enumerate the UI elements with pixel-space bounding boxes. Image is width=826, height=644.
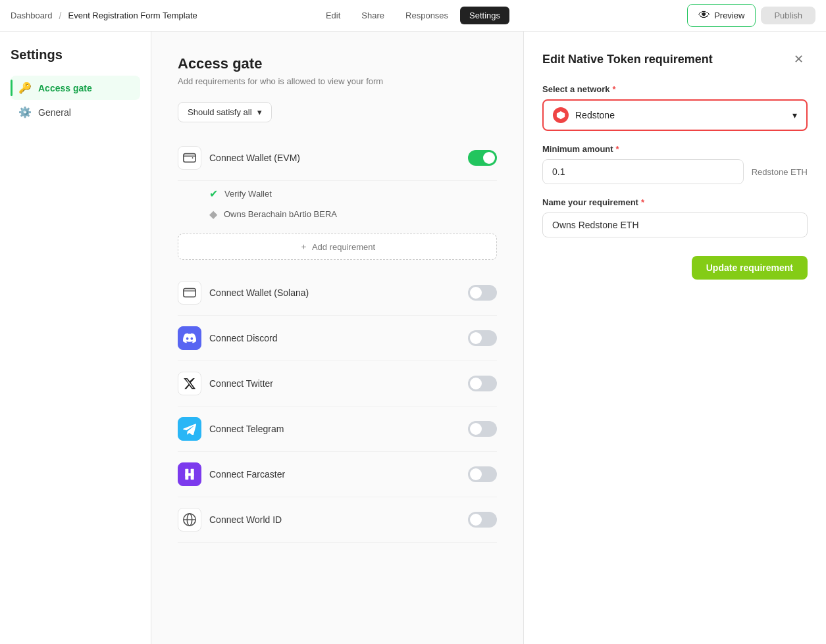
discord-icon — [178, 326, 201, 350]
topnav: Dashboard / Event Registration Form Temp… — [0, 0, 826, 32]
redstone-badge — [553, 107, 569, 123]
layout: Settings 🔑 Access gate ⚙️ General Access… — [0, 32, 826, 644]
required-star-network: * — [613, 84, 616, 94]
gate-label-twitter: Connect Twitter — [209, 378, 273, 389]
gate-item-farcaster: Connect Farcaster — [178, 452, 497, 497]
publish-button[interactable]: Publish — [761, 7, 815, 24]
sidebar-item-access-gate[interactable]: 🔑 Access gate — [11, 76, 140, 100]
sidebar-item-label-general: General — [38, 107, 71, 118]
breadcrumb-area: Dashboard / Event Registration Form Temp… — [11, 11, 317, 21]
gate-item-worldid: Connect World ID — [178, 497, 497, 543]
wallet-evm-icon — [178, 146, 201, 170]
gate-item-twitter: Connect Twitter — [178, 361, 497, 407]
add-req-label: Add requirement — [312, 242, 375, 252]
req-name-input[interactable] — [542, 212, 808, 237]
tab-settings[interactable]: Settings — [460, 7, 509, 24]
toggle-telegram[interactable] — [468, 421, 497, 437]
preview-button[interactable]: 👁 Preview — [687, 4, 756, 27]
dashboard-link[interactable]: Dashboard — [11, 11, 53, 20]
amount-row: Redstone ETH — [542, 159, 808, 184]
right-panel: Edit Native Token requirement ✕ Select a… — [523, 32, 826, 644]
satisfy-label: Should satisfy all — [188, 107, 252, 117]
gate-item-worldid-left: Connect World ID — [178, 508, 282, 532]
add-requirement-button[interactable]: ＋ Add requirement — [178, 234, 497, 260]
gate-label-solana: Connect Wallet (Solana) — [209, 287, 309, 298]
tab-edit[interactable]: Edit — [317, 7, 349, 24]
gate-item-discord: Connect Discord — [178, 316, 497, 361]
gate-item-evm: Connect Wallet (EVM) ✔ Verify Wallet ◆ O… — [178, 136, 497, 260]
gate-label-worldid: Connect World ID — [209, 514, 282, 525]
sidebar: Settings 🔑 Access gate ⚙️ General — [0, 32, 151, 644]
gate-item-telegram-left: Connect Telegram — [178, 417, 284, 441]
gate-label-farcaster: Connect Farcaster — [209, 469, 285, 480]
gate-item-telegram: Connect Telegram — [178, 407, 497, 452]
panel-header: Edit Native Token requirement ✕ — [542, 50, 808, 68]
required-star-amount: * — [616, 144, 619, 154]
gate-item-evm-row: Connect Wallet (EVM) — [178, 136, 497, 181]
req-name-label: Name your requirement * — [542, 197, 808, 207]
page-title: Access gate — [178, 55, 497, 72]
gate-item-farcaster-left: Connect Farcaster — [178, 462, 285, 486]
sidebar-title: Settings — [11, 47, 140, 62]
main-content: Access gate Add requirements for who is … — [151, 32, 523, 644]
breadcrumb-separator: / — [59, 11, 62, 21]
gate-item-solana-left: Connect Wallet (Solana) — [178, 281, 309, 305]
toggle-twitter[interactable] — [468, 376, 497, 391]
select-network-label: Select a network * — [542, 84, 808, 94]
solana-icon — [178, 281, 201, 305]
telegram-icon — [178, 417, 201, 441]
diamond-icon: ◆ — [209, 208, 217, 220]
required-star-req-name: * — [641, 197, 644, 207]
gear-icon: ⚙️ — [18, 106, 32, 118]
chevron-down-icon: ▾ — [257, 107, 262, 117]
sub-req-label-verify: Verify Wallet — [224, 189, 272, 199]
amount-unit: Redstone ETH — [752, 167, 808, 177]
tab-responses[interactable]: Responses — [396, 7, 457, 24]
sub-req-verify-wallet[interactable]: ✔ Verify Wallet — [209, 184, 497, 204]
min-amount-label: Minimum amount * — [542, 144, 808, 154]
toggle-worldid[interactable] — [468, 512, 497, 528]
check-icon: ✔ — [209, 187, 218, 200]
close-panel-button[interactable]: ✕ — [789, 50, 808, 68]
toggle-discord[interactable] — [468, 330, 497, 346]
worldid-icon — [178, 508, 201, 532]
page-subtitle: Add requirements for who is allowed to v… — [178, 76, 497, 86]
amount-input[interactable] — [542, 159, 744, 184]
gate-item-twitter-left: Connect Twitter — [178, 372, 273, 395]
selected-network-label: Redstone — [575, 110, 615, 120]
svg-marker-8 — [557, 111, 565, 119]
sub-req-owns-bera[interactable]: ◆ Owns Berachain bArtio BERA — [209, 204, 497, 224]
key-icon: 🔑 — [18, 82, 32, 94]
toggle-solana[interactable] — [468, 285, 497, 301]
toggle-farcaster[interactable] — [468, 466, 497, 482]
network-select[interactable]: Redstone ▾ — [542, 99, 808, 131]
twitter-icon — [178, 372, 201, 395]
form-title: Event Registration Form Template — [68, 11, 197, 20]
gate-item-evm-left: Connect Wallet (EVM) — [178, 146, 300, 170]
sidebar-item-label-access-gate: Access gate — [38, 83, 92, 93]
sidebar-item-general[interactable]: ⚙️ General — [11, 100, 140, 124]
nav-tabs: Edit Share Responses Settings — [317, 7, 509, 24]
toggle-evm[interactable] — [468, 150, 497, 166]
farcaster-icon — [178, 462, 201, 486]
filter-bar: Should satisfy all ▾ — [178, 102, 497, 122]
gate-item-solana: Connect Wallet (Solana) — [178, 270, 497, 316]
gate-label-evm: Connect Wallet (EVM) — [209, 153, 300, 163]
panel-title: Edit Native Token requirement — [542, 53, 713, 66]
eye-icon: 👁 — [698, 9, 710, 22]
preview-label: Preview — [714, 11, 744, 20]
gate-section: Connect Wallet (EVM) ✔ Verify Wallet ◆ O… — [178, 136, 497, 543]
gate-item-discord-left: Connect Discord — [178, 326, 278, 350]
sub-requirements-evm: ✔ Verify Wallet ◆ Owns Berachain bArtio … — [178, 181, 497, 227]
svg-rect-0 — [184, 154, 195, 162]
gate-label-discord: Connect Discord — [209, 333, 278, 343]
satisfy-dropdown[interactable]: Should satisfy all ▾ — [178, 102, 272, 122]
sub-req-label-bera: Owns Berachain bArtio BERA — [224, 209, 337, 219]
topnav-actions: 👁 Preview Publish — [509, 4, 815, 27]
update-requirement-button[interactable]: Update requirement — [692, 256, 808, 280]
gate-label-telegram: Connect Telegram — [209, 424, 284, 434]
tab-share[interactable]: Share — [352, 7, 394, 24]
plus-icon: ＋ — [299, 241, 308, 253]
network-select-inner: Redstone — [553, 107, 615, 123]
svg-rect-4 — [185, 473, 194, 476]
